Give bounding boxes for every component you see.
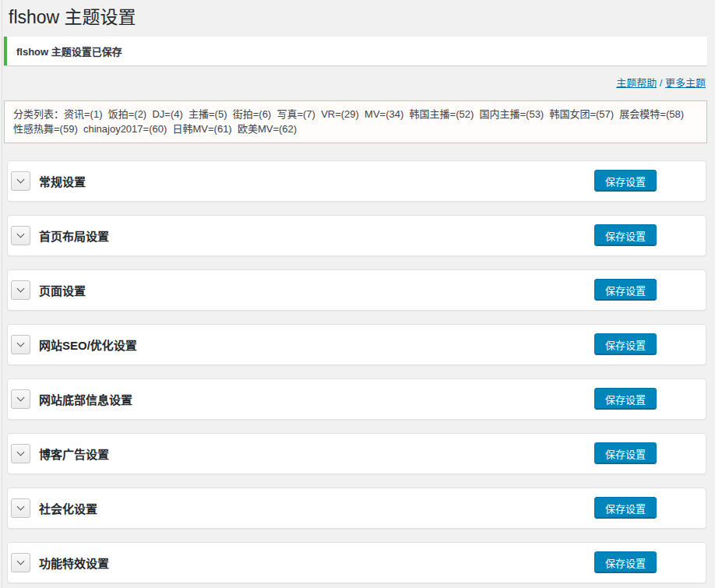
panel-title: 首页布局设置: [39, 227, 109, 244]
settings-page: flshow 主题设置 flshow 主题设置已保存 主题帮助 / 更多主题 分…: [4, 0, 707, 583]
chevron-down-icon: [17, 339, 25, 347]
chevron-down-icon: [17, 557, 25, 565]
chevron-down-icon: [17, 393, 25, 401]
panel-toggle-button[interactable]: [11, 335, 30, 354]
settings-panel: 首页布局设置 保存设置: [7, 215, 706, 256]
panel-title: 功能特效设置: [39, 555, 109, 571]
settings-panel: 页面设置 保存设置: [7, 269, 706, 311]
save-settings-button[interactable]: 保存设置: [594, 279, 657, 301]
save-settings-button[interactable]: 保存设置: [594, 442, 657, 464]
panel-toggle-button[interactable]: [11, 389, 30, 409]
settings-panel: 网站底部信息设置 保存设置: [7, 379, 706, 420]
success-notice: flshow 主题设置已保存: [4, 37, 707, 65]
chevron-down-icon: [17, 284, 25, 292]
chevron-down-icon: [17, 448, 25, 456]
settings-panel: 功能特效设置 保存设置: [7, 542, 706, 583]
panel-toggle-button[interactable]: [11, 498, 30, 518]
panel-toggle-button[interactable]: [11, 444, 30, 463]
save-settings-button[interactable]: 保存设置: [594, 333, 657, 355]
category-items-text: 资讯=(1) 饭拍=(2) DJ=(4) 主播=(5) 街拍=(6) 写真=(7…: [13, 108, 689, 135]
save-settings-button[interactable]: 保存设置: [594, 497, 657, 519]
theme-help-link[interactable]: 主题帮助: [616, 77, 657, 89]
settings-panel: 社会化设置 保存设置: [7, 488, 706, 529]
panel-title: 博客广告设置: [39, 445, 109, 462]
panel-title: 常规设置: [39, 173, 86, 189]
panel-toggle-button[interactable]: [11, 226, 30, 245]
panel-toggle-button[interactable]: [11, 171, 30, 191]
settings-panel: 博客广告设置 保存设置: [7, 433, 706, 474]
panel-toggle-button[interactable]: [11, 553, 30, 572]
panel-toggle-button[interactable]: [11, 280, 30, 300]
save-settings-button[interactable]: 保存设置: [594, 388, 657, 410]
save-settings-button[interactable]: 保存设置: [594, 170, 657, 192]
category-list-label: 分类列表：: [13, 108, 64, 120]
category-list-box: 分类列表：资讯=(1) 饭拍=(2) DJ=(4) 主播=(5) 街拍=(6) …: [4, 100, 707, 143]
settings-panel: 网站SEO/优化设置 保存设置: [7, 324, 706, 365]
settings-panel: 常规设置 保存设置: [7, 160, 706, 202]
save-settings-button[interactable]: 保存设置: [594, 551, 657, 573]
admin-content-area: flshow 主题设置 flshow 主题设置已保存 主题帮助 / 更多主题 分…: [0, 0, 715, 588]
notice-message: flshow 主题设置已保存: [16, 44, 698, 58]
panel-title: 页面设置: [39, 282, 86, 298]
settings-panels: 常规设置 保存设置 首页布局设置 保存设置 页面设置 保存设置 网站SEO/优化…: [4, 160, 707, 583]
panel-title: 网站底部信息设置: [39, 391, 132, 407]
content-left-border: [2, 0, 2, 588]
chevron-down-icon: [17, 175, 25, 183]
header-links-row: 主题帮助 / 更多主题: [4, 76, 706, 90]
save-settings-button[interactable]: 保存设置: [594, 224, 657, 246]
panel-title: 社会化设置: [39, 500, 97, 516]
more-themes-link[interactable]: 更多主题: [665, 77, 706, 89]
chevron-down-icon: [17, 230, 25, 238]
panel-title: 网站SEO/优化设置: [39, 336, 137, 353]
chevron-down-icon: [17, 502, 25, 510]
page-title: flshow 主题设置: [4, 0, 707, 32]
links-separator: /: [657, 77, 665, 89]
